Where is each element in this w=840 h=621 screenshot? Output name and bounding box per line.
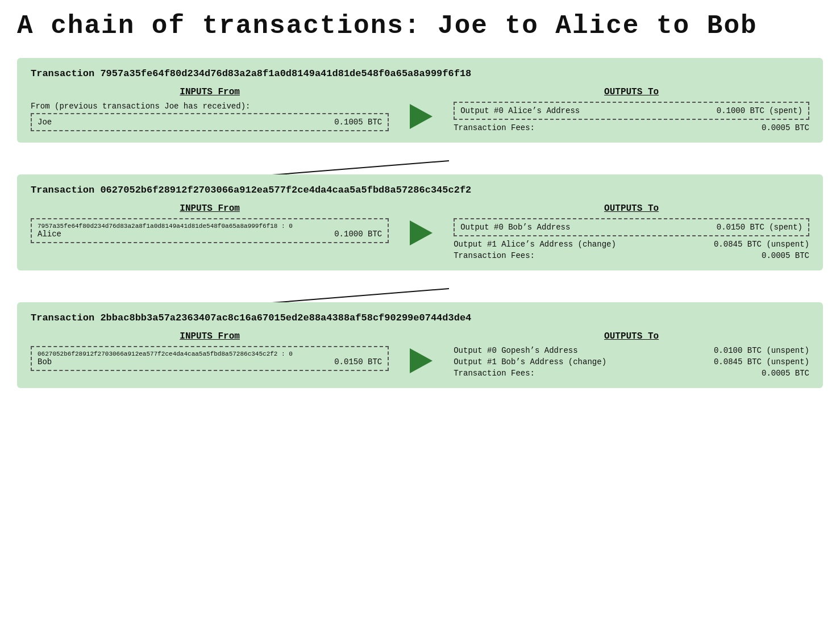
output-row-1-0: Output #0 Bob’s Address0.0150 BTC (spent… [460,223,802,232]
inputs-col-2: INPUTS From0627052b6f28912f2703066a912ea… [31,331,389,371]
output-label-1-1: Output #1 Alice’s Address (change) [454,240,616,249]
outputs-col-0: OUTPUTS ToOutput #0 Alice’s Address0.100… [454,87,809,132]
input-row-1-0: Alice0.1000 BTC [38,230,382,239]
arrow-col-2 [406,331,436,373]
transaction-box-1: Transaction 0627052b6f28912f2703066a912e… [17,174,823,270]
output-amount-1-0: 0.0150 BTC (spent) [717,223,802,232]
inputs-label-0: From (previous transactions Joe has rece… [31,102,389,111]
input-txref-1-0: 7957a35fe64f80d234d76d83a2a8f1a0d8149a41… [38,223,382,230]
output-row-0-0: Output #0 Alice’s Address0.1000 BTC (spe… [460,106,802,115]
outputs-header-0: OUTPUTS To [454,87,809,97]
green-arrow-0 [410,104,433,129]
inputs-header-1: INPUTS From [31,203,389,214]
output-amount-1-1: 0.0845 BTC (unspent) [714,240,809,249]
output-row-1-1: Output #1 Alice’s Address (change)0.0845… [454,240,809,249]
inputs-header-0: INPUTS From [31,87,389,97]
tx-id-0: Transaction 7957a35fe64f80d234d76d83a2a8… [31,68,809,79]
output-label-1-0: Output #0 Bob’s Address [460,223,570,232]
output-dashed-box-1-0: Output #0 Bob’s Address0.0150 BTC (spent… [454,218,809,236]
input-dashed-box-0-0: Joe0.1005 BTC [31,113,389,131]
input-name-0-0: Joe [38,118,52,127]
input-txref-2-0: 0627052b6f28912f2703066a912ea577f2ce4da4… [38,351,382,357]
outputs-header-2: OUTPUTS To [454,331,809,341]
output-label-2-1: Output #1 Bob’s Address (change) [454,357,606,366]
fee-row-1: Transaction Fees:0.0005 BTC [454,251,809,260]
input-row-0-0: Joe0.1005 BTC [38,118,382,127]
fee-amount-0: 0.0005 BTC [762,123,809,132]
transaction-box-2: Transaction 2bbac8bb3a57a2363407ac8c16a6… [17,302,823,388]
arrow-col-1 [406,203,436,245]
fee-row-2: Transaction Fees:0.0005 BTC [454,369,809,378]
inputs-col-1: INPUTS From7957a35fe64f80d234d76d83a2a8f… [31,203,389,243]
outputs-col-1: OUTPUTS ToOutput #0 Bob’s Address0.0150 … [454,203,809,260]
fee-label-0: Transaction Fees: [454,123,535,132]
input-amount-2-0: 0.0150 BTC [334,357,382,366]
input-name-1-0: Alice [38,230,61,239]
output-row-2-0: Output #0 Gopesh’s Address0.0100 BTC (un… [454,346,809,355]
input-amount-1-0: 0.1000 BTC [334,230,382,239]
green-arrow-1 [410,220,433,245]
output-amount-2-0: 0.0100 BTC (unspent) [714,346,809,355]
output-amount-0-0: 0.1000 BTC (spent) [717,106,802,115]
fee-row-0: Transaction Fees:0.0005 BTC [454,123,809,132]
outputs-header-1: OUTPUTS To [454,203,809,214]
input-amount-0-0: 0.1005 BTC [334,118,382,127]
output-label-2-0: Output #0 Gopesh’s Address [454,346,577,355]
transaction-box-0: Transaction 7957a35fe64f80d234d76d83a2a8… [17,58,823,143]
page-title: A chain of transactions: Joe to Alice to… [17,11,823,41]
input-name-2-0: Bob [38,357,52,366]
fee-label-1: Transaction Fees: [454,251,535,260]
inputs-header-2: INPUTS From [31,331,389,341]
fee-label-2: Transaction Fees: [454,369,535,378]
tx-id-1: Transaction 0627052b6f28912f2703066a912e… [31,185,809,195]
input-dashed-box-2-0: 0627052b6f28912f2703066a912ea577f2ce4da4… [31,346,389,371]
green-arrow-2 [410,348,433,373]
output-dashed-box-0-0: Output #0 Alice’s Address0.1000 BTC (spe… [454,102,809,120]
transactions-container: Transaction 7957a35fe64f80d234d76d83a2a8… [17,58,823,388]
fee-amount-1: 0.0005 BTC [762,251,809,260]
input-row-2-0: Bob0.0150 BTC [38,357,382,366]
output-label-0-0: Output #0 Alice’s Address [460,106,580,115]
tx-id-2: Transaction 2bbac8bb3a57a2363407ac8c16a6… [31,312,809,323]
arrow-col-0 [406,87,436,129]
inputs-col-0: INPUTS FromFrom (previous transactions J… [31,87,389,131]
fee-amount-2: 0.0005 BTC [762,369,809,378]
output-amount-2-1: 0.0845 BTC (unspent) [714,357,809,366]
input-dashed-box-1-0: 7957a35fe64f80d234d76d83a2a8f1a0d8149a41… [31,218,389,243]
output-row-2-1: Output #1 Bob’s Address (change)0.0845 B… [454,357,809,366]
outputs-col-2: OUTPUTS ToOutput #0 Gopesh’s Address0.01… [454,331,809,378]
